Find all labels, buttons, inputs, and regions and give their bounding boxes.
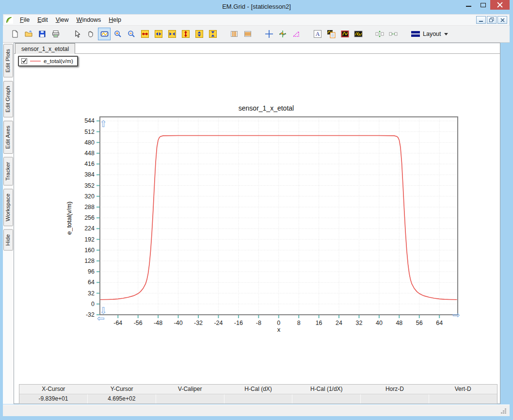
menu-windows[interactable]: Windows [73, 15, 105, 25]
h-caliper-icon [244, 30, 252, 38]
edit-curve-icon [341, 30, 349, 38]
print-button[interactable] [49, 28, 62, 40]
child-minimize-button[interactable] [476, 16, 486, 24]
menu-help[interactable]: Help [105, 15, 125, 25]
status-col-v-caliper: V-Caliper [156, 385, 224, 394]
zoom-in-button[interactable] [112, 28, 124, 40]
h-compress-button[interactable] [166, 28, 178, 40]
svg-text:56: 56 [416, 320, 423, 326]
v-stretch-button[interactable] [179, 28, 192, 40]
pan-up-arrow-icon[interactable]: ⇧ [99, 118, 107, 129]
new-document-button[interactable] [9, 28, 21, 40]
edit-curves-icon [354, 30, 363, 38]
svg-text:A: A [316, 31, 320, 37]
menu-edit[interactable]: Edit [33, 15, 52, 25]
v-spacing-icon [375, 30, 384, 38]
child-close-button[interactable] [497, 16, 507, 24]
v-spacing-button[interactable] [373, 28, 386, 40]
open-file-button[interactable] [22, 28, 35, 40]
h-stretch-button[interactable] [139, 28, 151, 40]
resize-grip[interactable] [500, 408, 507, 414]
svg-text:448: 448 [84, 150, 95, 157]
sidebar: Edit Plots Edit Graph Edit Axes Tracker … [3, 43, 14, 404]
sidebar-tab-workspace[interactable]: Workspace [3, 189, 13, 226]
new-document-icon [11, 30, 19, 38]
text-annotation-icon: A [313, 30, 322, 38]
plot-area[interactable]: -320326496128160192224256288320352384416… [73, 114, 466, 330]
child-minimize-icon [479, 21, 483, 22]
edit-curve-button[interactable] [338, 28, 351, 40]
svg-text:-56: -56 [134, 320, 143, 326]
legend-checkbox[interactable] [21, 58, 27, 64]
menu-file[interactable]: File [16, 15, 33, 25]
maximize-button[interactable] [476, 0, 490, 10]
sidebar-tab-hide[interactable]: Hide [3, 229, 13, 251]
tab-sensor-1-x-etotal[interactable]: sensor_1_x_etotal [15, 43, 75, 54]
zoom-region-icon [100, 30, 109, 38]
svg-text:32: 32 [356, 320, 363, 326]
svg-text:-24: -24 [214, 320, 223, 326]
slope-caliper-icon [292, 30, 300, 38]
v-compress-icon [209, 30, 217, 38]
svg-text:352: 352 [84, 182, 95, 189]
status-val-horz-d [360, 394, 429, 404]
svg-text:0: 0 [91, 301, 95, 307]
status-col-h-cal-dx: H-Cal (dX) [224, 385, 292, 394]
v-caliper-button[interactable] [228, 28, 240, 40]
svg-text:0: 0 [277, 320, 280, 326]
tabbar: sensor_1_x_etotal [14, 43, 500, 54]
zoom-out-icon [128, 30, 135, 38]
close-button[interactable] [490, 0, 510, 10]
pan-left-arrow-icon[interactable]: ⇦ [97, 313, 105, 323]
svg-text:256: 256 [84, 214, 95, 221]
pan-right-arrow-icon[interactable]: ⇨ [452, 309, 460, 320]
zoom-region-button[interactable] [98, 28, 111, 40]
save-button[interactable] [36, 28, 48, 40]
child-restore-icon [489, 17, 494, 22]
toolbar: A Layout [3, 26, 510, 43]
legend-label: e_total(v/m) [44, 58, 73, 64]
svg-text:-8: -8 [256, 320, 261, 326]
svg-text:224: 224 [84, 225, 95, 232]
cross-tracker-button[interactable] [263, 28, 275, 40]
layout-dropdown[interactable]: Layout [408, 28, 451, 40]
svg-text:384: 384 [84, 171, 95, 178]
plot-report-button[interactable] [325, 28, 337, 40]
v-compress-button[interactable] [207, 28, 219, 40]
minimize-button[interactable] [461, 0, 476, 10]
sidebar-tab-edit-plots[interactable]: Edit Plots [3, 44, 13, 78]
maximize-icon [481, 3, 486, 7]
h-spacing-button[interactable] [387, 28, 400, 40]
chart-title: sensor_1_x_etotal [72, 104, 460, 112]
svg-text:160: 160 [84, 247, 95, 254]
v-expand-button[interactable] [193, 28, 206, 40]
child-restore-button[interactable] [487, 16, 497, 24]
check-icon [22, 59, 27, 64]
svg-text:320: 320 [84, 193, 95, 200]
svg-text:-64: -64 [113, 320, 122, 326]
sidebar-tab-tracker[interactable]: Tracker [3, 157, 13, 186]
select-arrow-button[interactable] [71, 28, 83, 40]
h-caliper-button[interactable] [241, 28, 254, 40]
h-spacing-icon [389, 30, 398, 38]
status-val-x-cursor: -9.839e+01 [19, 394, 87, 404]
sidebar-tab-edit-axes[interactable]: Edit Axes [3, 121, 13, 154]
svg-text:64: 64 [88, 279, 95, 286]
svg-text:24: 24 [336, 320, 342, 326]
edit-curves-button[interactable] [352, 28, 365, 40]
svg-text:480: 480 [84, 139, 95, 146]
curve-tracker-button[interactable] [276, 28, 289, 40]
window-title: EM.Grid - [staticlesson2] [0, 3, 513, 10]
svg-text:16: 16 [316, 320, 322, 326]
cross-tracker-icon [265, 30, 273, 38]
legend-line-sample [30, 61, 41, 62]
slope-caliper-button[interactable] [290, 28, 303, 40]
pan-hand-button[interactable] [84, 28, 97, 40]
sidebar-tab-edit-graph[interactable]: Edit Graph [3, 81, 13, 117]
svg-text:-32: -32 [86, 311, 95, 318]
zoom-out-button[interactable] [125, 28, 138, 40]
h-expand-button[interactable] [152, 28, 165, 40]
text-annotation-button[interactable]: A [311, 28, 324, 40]
titlebar: EM.Grid - [staticlesson2] [0, 0, 513, 14]
menu-view[interactable]: View [52, 15, 73, 25]
